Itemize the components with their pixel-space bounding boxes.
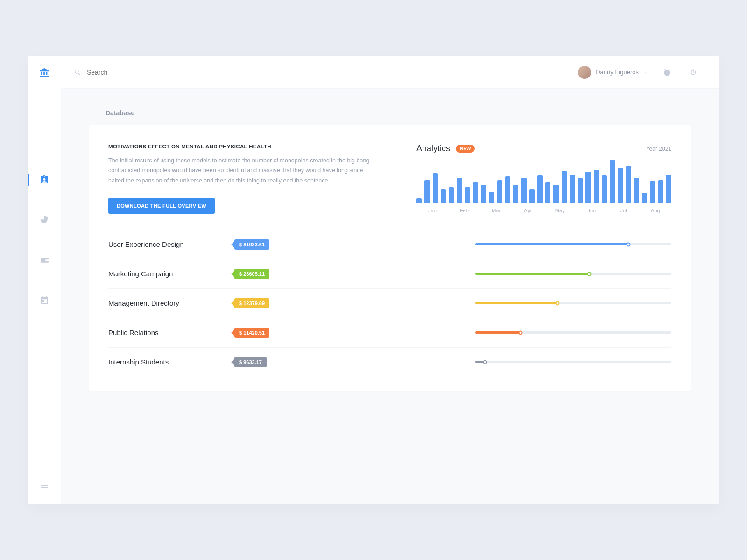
overview-panel: MOTIVATIONS EFFECT ON MENTAL AND PHYSICA… <box>108 144 388 214</box>
chart-bar <box>666 175 671 203</box>
menu-toggle-icon[interactable] <box>41 483 48 488</box>
month-label: Mar <box>480 208 512 213</box>
sidebar-item-calendar[interactable] <box>28 284 61 316</box>
sidebar <box>28 56 61 504</box>
overview-title: MOTIVATIONS EFFECT ON MENTAL AND PHYSICA… <box>108 144 388 149</box>
chart-bar <box>650 181 655 203</box>
avatar <box>578 66 591 79</box>
chart-bar <box>634 178 639 203</box>
sidebar-item-contacts[interactable] <box>28 163 61 196</box>
page-title: Database <box>106 109 691 117</box>
power-button[interactable] <box>680 56 706 89</box>
row-label: Public Relations <box>108 329 230 336</box>
chart-bar <box>578 178 583 203</box>
month-label: Jun <box>576 208 607 213</box>
chart-bar <box>642 193 647 203</box>
chart-bar <box>457 178 462 203</box>
chart-bar <box>553 185 558 203</box>
analytics-chart <box>416 157 671 203</box>
month-label: May <box>544 208 576 213</box>
chart-bar <box>658 180 663 203</box>
chart-bar <box>513 185 518 203</box>
user-menu[interactable]: Danny Figueros <box>578 66 654 79</box>
chart-bar <box>537 175 543 203</box>
amount-tag: $ 81033.61 <box>234 239 269 250</box>
progress-track[interactable] <box>475 273 671 275</box>
sidebar-item-wallet[interactable] <box>28 244 61 276</box>
search-wrap <box>74 69 227 76</box>
new-badge: NEW <box>456 145 475 153</box>
progress-track[interactable] <box>475 302 671 304</box>
amount-tag: $ 12379.69 <box>234 298 269 308</box>
chart-bar <box>602 175 607 203</box>
month-label: Aug <box>640 208 671 213</box>
topbar: Danny Figueros <box>61 56 719 89</box>
chart-bar <box>610 160 615 203</box>
chart-bar <box>505 176 510 203</box>
chart-bar <box>570 175 575 203</box>
chart-bar <box>481 185 486 203</box>
chart-bar <box>497 180 502 203</box>
month-label: Jan <box>416 208 448 213</box>
chart-bar <box>521 178 526 203</box>
chart-bar <box>489 192 494 203</box>
user-name: Danny Figueros <box>596 69 639 76</box>
chart-bar <box>529 189 535 203</box>
progress-track[interactable] <box>475 331 671 334</box>
amount-tag: $ 9633.17 <box>234 357 267 367</box>
analytics-x-axis: JanFebMarAprMayJunJulAug <box>416 208 671 213</box>
download-overview-button[interactable]: DOWNLOAD THE FULL OVERVIEW <box>108 198 215 214</box>
chart-bar <box>465 187 470 203</box>
budget-row: Internship Students$ 9633.17 <box>108 347 671 377</box>
chart-bar <box>441 189 446 203</box>
chart-bar <box>618 168 623 203</box>
row-label: Management Directory <box>108 299 230 307</box>
analytics-panel: Analytics NEW Year 2021 JanFebMarAprMayJ… <box>416 144 671 214</box>
alarm-add-button[interactable] <box>654 56 680 89</box>
sidebar-item-analytics[interactable] <box>28 203 61 236</box>
overview-body: The initial results of using these model… <box>108 156 370 186</box>
budget-rows: User Experience Design$ 81033.61Marketin… <box>108 230 671 377</box>
chart-bar <box>545 182 550 203</box>
row-label: Marketing Campaign <box>108 270 230 278</box>
chart-bar <box>562 171 567 203</box>
month-label: Jul <box>608 208 640 213</box>
budget-row: Marketing Campaign$ 23605.11 <box>108 259 671 288</box>
analytics-title: Analytics <box>416 144 450 154</box>
search-icon <box>74 69 81 76</box>
budget-row: Management Directory$ 12379.69 <box>108 288 671 318</box>
row-label: User Experience Design <box>108 240 230 248</box>
bank-logo-icon <box>39 67 49 79</box>
amount-tag: $ 11420.51 <box>234 328 269 338</box>
search-input[interactable] <box>87 69 227 76</box>
budget-row: Public Relations$ 11420.51 <box>108 318 671 347</box>
main-card: MOTIVATIONS EFFECT ON MENTAL AND PHYSICA… <box>89 125 691 391</box>
progress-track[interactable] <box>475 243 671 245</box>
chevron-down-icon <box>643 70 647 74</box>
progress-track[interactable] <box>475 361 671 363</box>
chart-bar <box>473 182 478 203</box>
row-label: Internship Students <box>108 358 230 366</box>
chart-bar <box>585 172 591 203</box>
month-label: Apr <box>512 208 544 213</box>
chart-bar <box>433 173 438 203</box>
amount-tag: $ 23605.11 <box>234 269 269 279</box>
month-label: Feb <box>448 208 480 213</box>
analytics-year: Year 2021 <box>646 146 671 152</box>
chart-bar <box>626 166 631 203</box>
chart-bar <box>594 170 599 203</box>
chart-bar <box>449 187 454 203</box>
chart-bar <box>424 180 430 203</box>
budget-row: User Experience Design$ 81033.61 <box>108 230 671 259</box>
chart-bar <box>416 198 422 203</box>
